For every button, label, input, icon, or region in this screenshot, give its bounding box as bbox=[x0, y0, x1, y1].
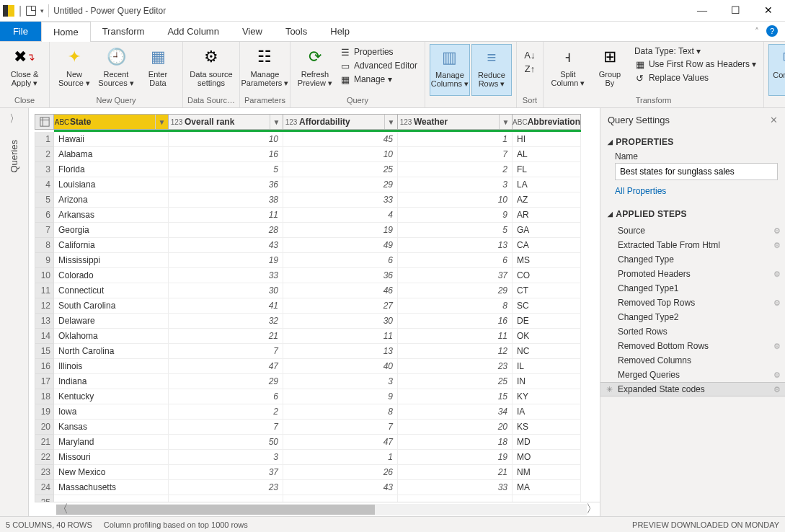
group-query: Query bbox=[347, 96, 368, 107]
queries-rail[interactable]: 〉 Queries bbox=[0, 108, 29, 516]
manage-query-button[interactable]: ▦Manage ▾ bbox=[337, 73, 420, 86]
minimize-button[interactable]: — bbox=[686, 0, 719, 22]
status-columns-rows: 5 COLUMNS, 40 ROWS bbox=[6, 520, 92, 529]
queries-label: Queries bbox=[9, 140, 19, 173]
rows-container[interactable]: 1Hawaii10451HI2Alabama16107AL3Florida525… bbox=[35, 132, 600, 502]
close-button[interactable]: ✕ bbox=[752, 0, 785, 22]
manage-columns-button[interactable]: ▥Manage Columns ▾ bbox=[430, 44, 470, 96]
table-row[interactable]: 17Indiana29325IN bbox=[35, 374, 600, 389]
applied-step[interactable]: Changed Type2 bbox=[600, 310, 785, 324]
refresh-preview-button[interactable]: ⟳Refresh Preview ▾ bbox=[295, 44, 335, 96]
tab-transform[interactable]: Transform bbox=[91, 22, 156, 41]
tab-file[interactable]: File bbox=[0, 22, 41, 41]
table-row[interactable]: 12South Carolina41278SC bbox=[35, 298, 600, 314]
table-row[interactable]: 2Alabama16107AL bbox=[35, 147, 600, 162]
table-row[interactable]: 22Missouri3119MO bbox=[35, 450, 600, 465]
query-settings-pane: Query Settings✕ ◢PROPERTIES Name All Pro… bbox=[600, 108, 785, 516]
combine-button[interactable]: ⧉Combine ▾ bbox=[768, 44, 785, 96]
first-row-headers-button[interactable]: ▦Use First Row as Headers ▾ bbox=[631, 58, 759, 71]
scroll-right-icon: 〉 bbox=[585, 502, 598, 516]
table-row[interactable]: 10Colorado333637CO bbox=[35, 268, 600, 283]
data-type-button[interactable]: Data Type: Text ▾ bbox=[631, 45, 759, 57]
applied-step[interactable]: Removed Top Rows⚙ bbox=[600, 296, 785, 310]
table-row[interactable]: 18Kentucky6915KY bbox=[35, 389, 600, 404]
ribbon: ✖↴Close & Apply ▾ Close ✦New Source ▾ 🕘R… bbox=[0, 42, 785, 108]
col-weather[interactable]: 123Weather▼ bbox=[398, 114, 513, 130]
applied-step[interactable]: Source⚙ bbox=[600, 223, 785, 238]
tab-add-column[interactable]: Add Column bbox=[156, 22, 231, 41]
table-row[interactable]: 8California434913CA bbox=[35, 238, 600, 253]
table-row[interactable]: 5Arizona383310AZ bbox=[35, 192, 600, 208]
tab-view[interactable]: View bbox=[231, 22, 274, 41]
expand-queries-icon[interactable]: 〉 bbox=[9, 112, 19, 125]
applied-step[interactable]: ✳Expanded State codes⚙ bbox=[600, 382, 785, 396]
table-row[interactable]: 11Connecticut304629CT bbox=[35, 283, 600, 298]
table-row[interactable]: 6Arkansas1149AR bbox=[35, 208, 600, 223]
gear-icon: ⚙ bbox=[773, 241, 781, 250]
help-icon[interactable]: ? bbox=[766, 25, 778, 37]
advanced-editor-button[interactable]: ▭Advanced Editor bbox=[337, 59, 420, 72]
manage-parameters-button[interactable]: ☷Manage Parameters ▾ bbox=[244, 44, 285, 96]
enter-data-button[interactable]: ▦Enter Data bbox=[138, 44, 178, 96]
table-row[interactable]: 13Delaware323016DE bbox=[35, 314, 600, 329]
status-bar: 5 COLUMNS, 40 ROWS Column profiling base… bbox=[0, 516, 785, 532]
tab-home[interactable]: Home bbox=[41, 22, 91, 42]
status-preview-time: PREVIEW DOWNLOADED ON MONDAY bbox=[632, 520, 779, 529]
status-profiling: Column profiling based on top 1000 rows bbox=[104, 520, 248, 529]
gear-icon: ⚙ bbox=[773, 298, 781, 308]
replace-values-button[interactable]: ↺Replace Values bbox=[631, 71, 759, 84]
group-new-query: New Query bbox=[96, 96, 136, 107]
scroll-left-icon: 〈 bbox=[56, 502, 69, 516]
table-row[interactable]: 7Georgia28195GA bbox=[35, 223, 600, 238]
tab-tools[interactable]: Tools bbox=[274, 22, 319, 41]
chevron-down-icon: ▼ bbox=[270, 115, 283, 129]
applied-step[interactable]: Changed Type1 bbox=[600, 281, 785, 296]
col-state[interactable]: ABCState▼ bbox=[54, 114, 169, 130]
applied-step[interactable]: Sorted Rows bbox=[600, 324, 785, 339]
applied-step[interactable]: Removed Columns bbox=[600, 353, 785, 368]
table-icon[interactable] bbox=[35, 114, 54, 130]
table-row[interactable]: 4Louisiana36293LA bbox=[35, 177, 600, 192]
recent-sources-button[interactable]: 🕘Recent Sources ▾ bbox=[96, 44, 136, 96]
applied-step[interactable]: Extracted Table From Html⚙ bbox=[600, 238, 785, 252]
h-scrollbar[interactable]: 〈 〉 bbox=[35, 502, 600, 516]
maximize-button[interactable]: ☐ bbox=[719, 0, 752, 22]
col-affordability[interactable]: 123Affordability▼ bbox=[283, 114, 398, 130]
col-abbreviation[interactable]: ABCAbbreviation bbox=[513, 114, 581, 130]
table-row[interactable]: 15North Carolina71312NC bbox=[35, 344, 600, 359]
col-overall-rank[interactable]: 123Overall rank▼ bbox=[169, 114, 283, 130]
close-apply-button[interactable]: ✖↴Close & Apply ▾ bbox=[4, 44, 45, 96]
query-name-input[interactable] bbox=[615, 163, 778, 180]
applied-step[interactable]: Changed Type bbox=[600, 252, 785, 267]
table-row[interactable]: 24Massachusetts234333MA bbox=[35, 480, 600, 495]
table-row[interactable]: 16Illinois474023IL bbox=[35, 359, 600, 374]
title-bar: | ▾ Untitled - Power Query Editor — ☐ ✕ bbox=[0, 0, 785, 22]
table-row[interactable]: 14Oklahoma211111OK bbox=[35, 329, 600, 344]
qat-dropdown-icon[interactable]: ▾ bbox=[40, 7, 44, 14]
table-row[interactable]: 23New Mexico372621NM bbox=[35, 465, 600, 480]
split-column-button[interactable]: ⫞Split Column ▾ bbox=[548, 44, 588, 96]
table-row[interactable]: 20Kansas7720KS bbox=[35, 420, 600, 435]
table-row[interactable]: 21Maryland504718MD bbox=[35, 435, 600, 450]
sort-desc-button[interactable]: Z↑ bbox=[521, 62, 538, 75]
applied-step[interactable]: Removed Bottom Rows⚙ bbox=[600, 339, 785, 353]
data-source-settings-button[interactable]: ⚙Data source settings bbox=[191, 44, 231, 96]
group-by-button[interactable]: ⊞Group By bbox=[590, 44, 630, 96]
collapse-ribbon-icon[interactable]: ˄ bbox=[755, 27, 759, 37]
gear-icon: ⚙ bbox=[773, 342, 781, 351]
sort-asc-button[interactable]: A↓ bbox=[521, 48, 538, 61]
save-icon[interactable] bbox=[26, 6, 36, 16]
applied-step[interactable]: Merged Queries⚙ bbox=[600, 368, 785, 382]
applied-step[interactable]: Promoted Headers⚙ bbox=[600, 267, 785, 281]
table-row[interactable]: 19Iowa2834IA bbox=[35, 404, 600, 420]
close-settings-icon[interactable]: ✕ bbox=[770, 115, 778, 125]
table-row[interactable]: 1Hawaii10451HI bbox=[35, 132, 600, 147]
all-properties-link[interactable]: All Properties bbox=[615, 186, 778, 196]
ribbon-tabs: File Home Transform Add Column View Tool… bbox=[0, 22, 785, 42]
reduce-rows-button[interactable]: ≡Reduce Rows ▾ bbox=[471, 44, 512, 96]
table-row[interactable]: 9Mississippi1966MS bbox=[35, 253, 600, 268]
properties-button[interactable]: ☰Properties bbox=[337, 45, 420, 58]
table-row[interactable]: 3Florida5252FL bbox=[35, 162, 600, 177]
new-source-button[interactable]: ✦New Source ▾ bbox=[54, 44, 94, 96]
tab-help[interactable]: Help bbox=[319, 22, 361, 41]
